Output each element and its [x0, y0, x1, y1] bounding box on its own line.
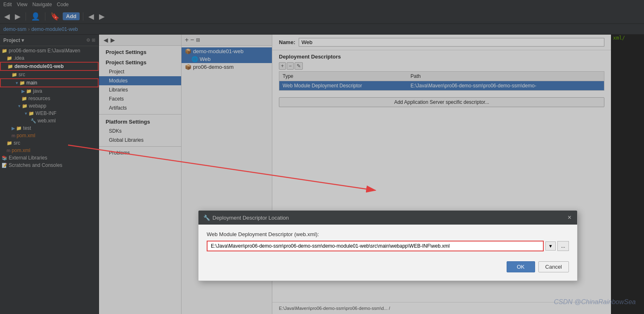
dialog-title: 🔧 Deployment Descriptor Location [203, 215, 289, 221]
dialog-browse-button[interactable]: ... [557, 241, 569, 251]
deployment-descriptor-dialog: 🔧 Deployment Descriptor Location × Web M… [198, 210, 578, 281]
dialog-ok-button[interactable]: OK [507, 261, 535, 272]
dialog-body: Web Module Deployment Descriptor (web.xm… [198, 225, 577, 281]
dialog-close-button[interactable]: × [567, 214, 572, 221]
dialog-title-bar: 🔧 Deployment Descriptor Location × [198, 211, 577, 225]
dialog-overlay: 🔧 Deployment Descriptor Location × Web M… [0, 0, 644, 314]
dialog-title-text: Deployment Descriptor Location [212, 215, 289, 221]
dialog-buttons: OK Cancel [207, 258, 569, 272]
dialog-cancel-button[interactable]: Cancel [538, 261, 569, 272]
dialog-input-row: ▼ ... [207, 241, 569, 251]
dialog-icon: 🔧 [203, 215, 210, 221]
dialog-dropdown-button[interactable]: ▼ [545, 241, 556, 251]
dialog-field-label: Web Module Deployment Descriptor (web.xm… [207, 231, 569, 237]
dialog-path-input[interactable] [207, 241, 544, 251]
